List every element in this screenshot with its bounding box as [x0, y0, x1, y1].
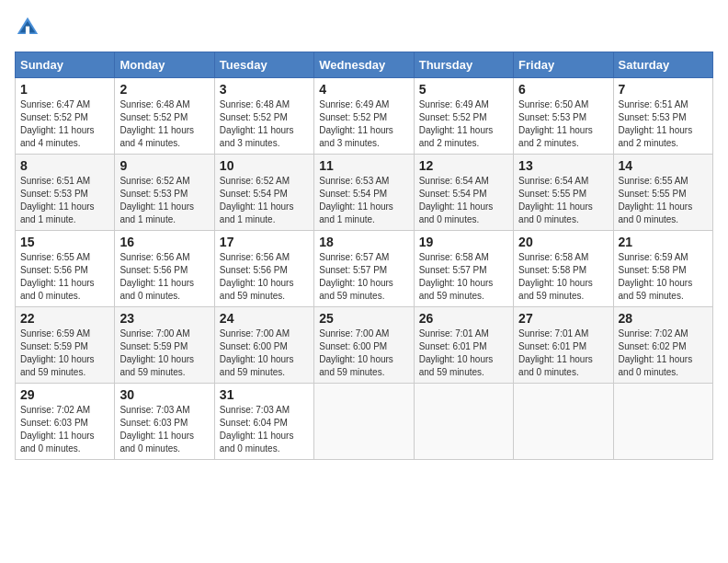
day-info: Sunrise: 7:00 AM Sunset: 6:00 PM Dayligh… — [319, 327, 408, 379]
calendar-cell: 28 Sunrise: 7:02 AM Sunset: 6:02 PM Dayl… — [613, 307, 712, 384]
day-info: Sunrise: 6:59 AM Sunset: 5:59 PM Dayligh… — [20, 327, 109, 379]
day-info: Sunrise: 6:53 AM Sunset: 5:54 PM Dayligh… — [319, 175, 408, 226]
col-header-sunday: Sunday — [16, 52, 115, 78]
day-number: 18 — [319, 235, 408, 249]
col-header-monday: Monday — [115, 52, 214, 78]
day-info: Sunrise: 7:01 AM Sunset: 6:01 PM Dayligh… — [518, 327, 608, 379]
calendar-cell: 27 Sunrise: 7:01 AM Sunset: 6:01 PM Dayl… — [514, 307, 613, 384]
day-number: 25 — [319, 311, 408, 326]
day-info: Sunrise: 6:57 AM Sunset: 5:57 PM Dayligh… — [319, 251, 408, 303]
day-number: 27 — [518, 311, 608, 326]
day-info: Sunrise: 7:00 AM Sunset: 6:00 PM Dayligh… — [220, 327, 309, 379]
calendar-cell: 23 Sunrise: 7:00 AM Sunset: 5:59 PM Dayl… — [115, 307, 214, 384]
day-number: 30 — [119, 387, 209, 402]
day-number: 26 — [419, 311, 508, 326]
calendar-cell: 11 Sunrise: 6:53 AM Sunset: 5:54 PM Dayl… — [314, 155, 414, 231]
calendar-cell — [414, 384, 513, 460]
calendar-cell: 7 Sunrise: 6:51 AM Sunset: 5:53 PM Dayli… — [613, 78, 712, 155]
day-number: 13 — [518, 158, 608, 173]
calendar-cell: 19 Sunrise: 6:58 AM Sunset: 5:57 PM Dayl… — [414, 231, 513, 307]
day-number: 21 — [619, 235, 708, 249]
day-info: Sunrise: 6:54 AM Sunset: 5:55 PM Dayligh… — [518, 175, 608, 226]
day-info: Sunrise: 6:59 AM Sunset: 5:58 PM Dayligh… — [619, 251, 708, 303]
day-info: Sunrise: 6:52 AM Sunset: 5:53 PM Dayligh… — [119, 175, 209, 226]
calendar-cell — [613, 384, 712, 460]
day-number: 19 — [419, 235, 508, 249]
day-number: 16 — [119, 235, 209, 249]
day-info: Sunrise: 6:56 AM Sunset: 5:56 PM Dayligh… — [119, 251, 209, 303]
day-info: Sunrise: 6:56 AM Sunset: 5:56 PM Dayligh… — [220, 251, 309, 303]
day-number: 9 — [119, 158, 209, 173]
day-number: 11 — [319, 158, 408, 173]
day-number: 15 — [20, 235, 109, 249]
day-info: Sunrise: 6:49 AM Sunset: 5:52 PM Dayligh… — [319, 98, 408, 150]
calendar-cell: 2 Sunrise: 6:48 AM Sunset: 5:52 PM Dayli… — [115, 78, 214, 155]
calendar-cell: 5 Sunrise: 6:49 AM Sunset: 5:52 PM Dayli… — [414, 78, 513, 155]
calendar-cell: 18 Sunrise: 6:57 AM Sunset: 5:57 PM Dayl… — [314, 231, 414, 307]
day-info: Sunrise: 6:48 AM Sunset: 5:52 PM Dayligh… — [119, 98, 209, 150]
calendar-cell: 14 Sunrise: 6:55 AM Sunset: 5:55 PM Dayl… — [613, 155, 712, 231]
calendar-cell: 31 Sunrise: 7:03 AM Sunset: 6:04 PM Dayl… — [214, 384, 313, 460]
day-number: 4 — [319, 82, 408, 97]
calendar-cell: 9 Sunrise: 6:52 AM Sunset: 5:53 PM Dayli… — [115, 155, 214, 231]
day-info: Sunrise: 6:51 AM Sunset: 5:53 PM Dayligh… — [20, 175, 109, 226]
day-info: Sunrise: 6:48 AM Sunset: 5:52 PM Dayligh… — [220, 98, 309, 150]
day-info: Sunrise: 7:00 AM Sunset: 5:59 PM Dayligh… — [119, 327, 209, 379]
day-number: 17 — [220, 235, 309, 249]
calendar-cell: 4 Sunrise: 6:49 AM Sunset: 5:52 PM Dayli… — [314, 78, 414, 155]
day-info: Sunrise: 6:58 AM Sunset: 5:57 PM Dayligh… — [419, 251, 508, 303]
day-number: 3 — [220, 82, 309, 97]
day-info: Sunrise: 7:03 AM Sunset: 6:03 PM Dayligh… — [119, 404, 209, 455]
day-number: 24 — [220, 311, 309, 326]
svg-rect-2 — [26, 27, 29, 34]
calendar-cell: 15 Sunrise: 6:55 AM Sunset: 5:56 PM Dayl… — [16, 231, 115, 307]
day-number: 2 — [119, 82, 209, 97]
day-info: Sunrise: 6:49 AM Sunset: 5:52 PM Dayligh… — [419, 98, 508, 150]
calendar-cell: 24 Sunrise: 7:00 AM Sunset: 6:00 PM Dayl… — [214, 307, 313, 384]
calendar-cell: 30 Sunrise: 7:03 AM Sunset: 6:03 PM Dayl… — [115, 384, 214, 460]
day-number: 1 — [20, 82, 109, 97]
calendar-cell: 1 Sunrise: 6:47 AM Sunset: 5:52 PM Dayli… — [16, 78, 115, 155]
day-info: Sunrise: 6:54 AM Sunset: 5:54 PM Dayligh… — [419, 175, 508, 226]
day-number: 6 — [518, 82, 608, 97]
day-number: 10 — [220, 158, 309, 173]
day-number: 14 — [619, 158, 708, 173]
col-header-saturday: Saturday — [613, 52, 712, 78]
calendar-cell: 13 Sunrise: 6:54 AM Sunset: 5:55 PM Dayl… — [514, 155, 613, 231]
calendar-cell: 20 Sunrise: 6:58 AM Sunset: 5:58 PM Dayl… — [514, 231, 613, 307]
day-number: 7 — [619, 82, 708, 97]
day-info: Sunrise: 6:55 AM Sunset: 5:56 PM Dayligh… — [20, 251, 109, 303]
calendar-cell: 26 Sunrise: 7:01 AM Sunset: 6:01 PM Dayl… — [414, 307, 513, 384]
day-number: 20 — [518, 235, 608, 249]
calendar-cell: 21 Sunrise: 6:59 AM Sunset: 5:58 PM Dayl… — [613, 231, 712, 307]
calendar: SundayMondayTuesdayWednesdayThursdayFrid… — [15, 52, 713, 460]
logo — [15, 15, 42, 40]
calendar-cell: 12 Sunrise: 6:54 AM Sunset: 5:54 PM Dayl… — [414, 155, 513, 231]
calendar-cell: 16 Sunrise: 6:56 AM Sunset: 5:56 PM Dayl… — [115, 231, 214, 307]
day-info: Sunrise: 6:47 AM Sunset: 5:52 PM Dayligh… — [20, 98, 109, 150]
day-number: 22 — [20, 311, 109, 326]
calendar-cell: 17 Sunrise: 6:56 AM Sunset: 5:56 PM Dayl… — [214, 231, 313, 307]
day-number: 29 — [20, 387, 109, 402]
day-info: Sunrise: 6:58 AM Sunset: 5:58 PM Dayligh… — [518, 251, 608, 303]
calendar-cell: 3 Sunrise: 6:48 AM Sunset: 5:52 PM Dayli… — [214, 78, 313, 155]
day-info: Sunrise: 7:02 AM Sunset: 6:03 PM Dayligh… — [20, 404, 109, 455]
calendar-cell: 6 Sunrise: 6:50 AM Sunset: 5:53 PM Dayli… — [514, 78, 613, 155]
logo-icon — [15, 15, 40, 40]
day-number: 12 — [419, 158, 508, 173]
day-number: 28 — [619, 311, 708, 326]
day-info: Sunrise: 7:01 AM Sunset: 6:01 PM Dayligh… — [419, 327, 508, 379]
day-info: Sunrise: 7:02 AM Sunset: 6:02 PM Dayligh… — [619, 327, 708, 379]
col-header-wednesday: Wednesday — [314, 52, 414, 78]
day-info: Sunrise: 6:55 AM Sunset: 5:55 PM Dayligh… — [619, 175, 708, 226]
col-header-friday: Friday — [514, 52, 613, 78]
header — [15, 15, 713, 40]
day-info: Sunrise: 6:50 AM Sunset: 5:53 PM Dayligh… — [518, 98, 608, 150]
calendar-cell: 10 Sunrise: 6:52 AM Sunset: 5:54 PM Dayl… — [214, 155, 313, 231]
calendar-cell — [314, 384, 414, 460]
calendar-cell: 29 Sunrise: 7:02 AM Sunset: 6:03 PM Dayl… — [16, 384, 115, 460]
calendar-cell: 8 Sunrise: 6:51 AM Sunset: 5:53 PM Dayli… — [16, 155, 115, 231]
day-number: 23 — [119, 311, 209, 326]
day-number: 8 — [20, 158, 109, 173]
calendar-cell: 22 Sunrise: 6:59 AM Sunset: 5:59 PM Dayl… — [16, 307, 115, 384]
